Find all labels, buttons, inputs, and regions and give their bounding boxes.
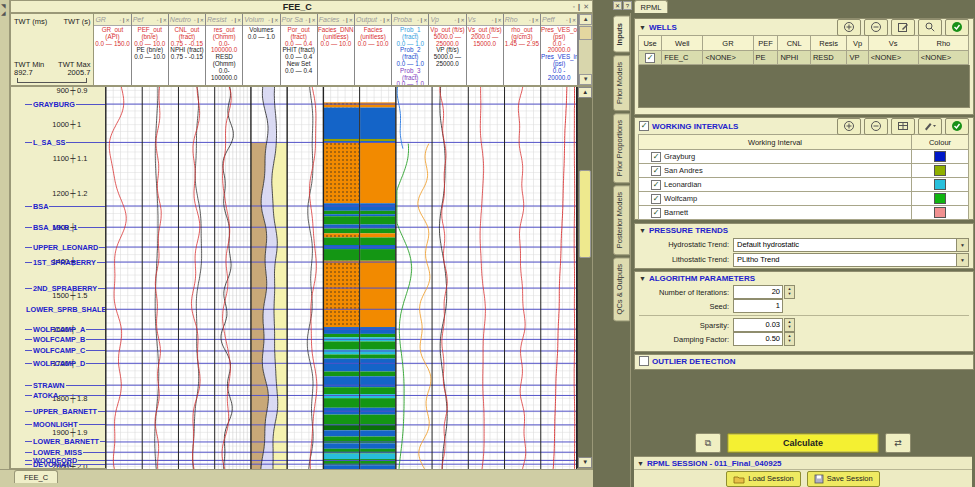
spinner-buttons[interactable]: ▲▼ bbox=[784, 318, 795, 332]
close-icon[interactable]: ✕ bbox=[613, 1, 622, 10]
interval-colour-swatch[interactable] bbox=[934, 151, 946, 162]
edit-wells-button[interactable] bbox=[891, 19, 915, 36]
interval-name-cell[interactable]: ✓San Andres bbox=[639, 164, 912, 178]
parameter-input[interactable]: 20 bbox=[733, 285, 783, 299]
well-cell[interactable]: <NONE> bbox=[918, 51, 968, 65]
track-header-volum[interactable]: Volum◦❙✕Volumes0.0 — 1.0 bbox=[243, 14, 280, 85]
body-scrollbar[interactable]: ▲ ▼ bbox=[578, 87, 592, 468]
interval-name-cell[interactable]: ✓Grayburg bbox=[639, 150, 912, 164]
formation-top-label[interactable]: WOLFCAMP_B bbox=[25, 335, 105, 343]
track-controls-icons[interactable]: ◦❙✕ bbox=[157, 17, 167, 23]
collapse-icon[interactable]: ▼ bbox=[639, 275, 646, 282]
use-checkbox[interactable]: ✓ bbox=[639, 51, 662, 65]
track-header-vp[interactable]: Vp◦❙✕Vp_out (ft/s)5000.0 — 25000.0VP (ft… bbox=[429, 14, 466, 85]
track-header-output[interactable]: Output◦❙✕Facies (unitless)0.0 — 10.0 bbox=[355, 14, 392, 85]
formation-top-label[interactable]: DEVONIAN bbox=[25, 460, 105, 468]
body-scroll-thumb[interactable] bbox=[579, 170, 591, 258]
apply-wells-button[interactable] bbox=[945, 19, 969, 36]
formation-top-label[interactable]: ATOKA bbox=[25, 391, 105, 399]
formation-top-label[interactable]: WOLFCAMP_A bbox=[25, 325, 105, 333]
parameter-input[interactable]: 1 bbox=[733, 299, 783, 313]
formation-top-label[interactable]: BSA bbox=[25, 202, 105, 210]
header-scrollbar[interactable]: ▲ ▼ bbox=[578, 14, 592, 85]
window-controls-icons[interactable]: ◦❙✕ bbox=[573, 3, 592, 11]
wells-col-header[interactable]: PEF bbox=[753, 36, 778, 51]
twt-range-slider[interactable] bbox=[17, 78, 87, 83]
wells-col-header[interactable]: Use bbox=[639, 36, 662, 51]
wells-col-header[interactable]: Rho bbox=[918, 36, 968, 51]
interval-table-button[interactable] bbox=[891, 118, 915, 135]
parameter-input[interactable]: 0.03 bbox=[733, 318, 783, 332]
save-session-button[interactable]: Save Session bbox=[807, 471, 880, 487]
formation-top-label[interactable]: STRAWN bbox=[25, 381, 105, 389]
help-icon[interactable]: ? bbox=[623, 1, 632, 10]
formation-top-label[interactable]: LOWER_SPRB_SHALE bbox=[25, 305, 105, 313]
track-header-por-sa[interactable]: Por Sa◦❙✕Por_out (fract)0.0 — 0.4PHIT (f… bbox=[281, 14, 318, 85]
interval-col-header[interactable]: Working Interval bbox=[639, 135, 912, 150]
apply-intervals-button[interactable] bbox=[945, 118, 969, 135]
interval-colour-swatch[interactable] bbox=[934, 165, 946, 176]
load-session-button[interactable]: Load Session bbox=[726, 471, 800, 487]
scroll-up-icon[interactable]: ▲ bbox=[578, 87, 592, 98]
well-tab-fee-c[interactable]: FEE_C bbox=[14, 470, 58, 483]
formation-top-label[interactable]: UPPER_BARNETT bbox=[25, 407, 105, 415]
trend-dropdown[interactable]: PLitho Trend▼ bbox=[733, 253, 969, 267]
track-header-neutro[interactable]: Neutro◦❙✕CNL_out (fract)0.75 - -0.15NPHI… bbox=[169, 14, 206, 85]
track-header-resist[interactable]: Resist◦❙✕res_out (Ohmm)0.0-100000.0RESD … bbox=[206, 14, 243, 85]
spinner-buttons[interactable]: ▲▼ bbox=[784, 332, 795, 346]
collapsed-sidebar-strip[interactable]: ◥◢ bbox=[0, 0, 10, 487]
wells-col-header[interactable]: GR bbox=[703, 36, 753, 51]
well-cell[interactable]: <NONE> bbox=[868, 51, 918, 65]
side-tab-prior-proportions[interactable]: Prior Proportions bbox=[613, 113, 630, 183]
working-intervals-checkbox[interactable]: ✓ bbox=[639, 121, 649, 131]
formation-top-label[interactable]: LOWER_BARNETT bbox=[25, 438, 105, 446]
track-controls-icons[interactable]: ◦❙✕ bbox=[454, 17, 464, 23]
edit-colours-button[interactable] bbox=[918, 118, 942, 135]
outlier-detection-checkbox[interactable] bbox=[639, 356, 649, 366]
formation-top-label[interactable]: BSA_MKR_1 bbox=[25, 223, 105, 231]
interval-colour-swatch[interactable] bbox=[934, 207, 946, 218]
interval-colour-swatch[interactable] bbox=[934, 193, 946, 204]
track-controls-icons[interactable]: ◦❙✕ bbox=[380, 17, 390, 23]
well-cell[interactable]: FEE_C bbox=[662, 51, 703, 65]
calculate-button[interactable]: Calculate bbox=[727, 433, 879, 453]
trend-dropdown[interactable]: Default hydrostatic▼ bbox=[733, 238, 969, 252]
scroll-down-icon[interactable]: ▼ bbox=[579, 74, 592, 85]
scroll-down-icon[interactable]: ▼ bbox=[578, 457, 592, 468]
formation-top-label[interactable]: L_SA_SS bbox=[25, 138, 105, 146]
interval-name-cell[interactable]: ✓Leonardian bbox=[639, 178, 912, 192]
remove-interval-button[interactable] bbox=[864, 118, 888, 135]
formation-top-label[interactable]: GRAYBURG bbox=[25, 100, 105, 108]
track-controls-icons[interactable]: ◦❙✕ bbox=[231, 17, 241, 23]
track-controls-icons[interactable]: ◦❙✕ bbox=[566, 17, 576, 23]
track-controls-icons[interactable]: ◦❙✕ bbox=[119, 17, 129, 23]
track-controls-icons[interactable]: ◦❙✕ bbox=[268, 17, 278, 23]
track-controls-icons[interactable]: ◦❙✕ bbox=[492, 17, 502, 23]
track-header-peff[interactable]: Peff◦❙✕Pres_VES_out (psi)0.0 - 20000.0Pr… bbox=[541, 14, 578, 85]
collapse-icon[interactable]: ▼ bbox=[639, 24, 646, 31]
add-well-button[interactable] bbox=[837, 19, 861, 36]
track-header-vs[interactable]: Vs◦❙✕Vs_out (ft/s)2000.0 — 15000.0 bbox=[467, 14, 504, 85]
formation-top-label[interactable]: MOONLIGHT bbox=[25, 421, 105, 429]
interval-name-cell[interactable]: ✓Wolfcamp bbox=[639, 192, 912, 206]
formation-top-label[interactable]: UPPER_LEONARD bbox=[25, 243, 105, 251]
remove-well-button[interactable] bbox=[864, 19, 888, 36]
panel-splitter[interactable] bbox=[593, 0, 613, 487]
well-cell[interactable]: NPHI bbox=[778, 51, 810, 65]
interval-colour-swatch[interactable] bbox=[934, 179, 946, 190]
rerun-button[interactable]: ⇄ bbox=[885, 433, 911, 453]
scroll-up-icon[interactable]: ▲ bbox=[579, 14, 592, 25]
track-header-pef[interactable]: Pef◦❙✕PEF_out (bn/e)0.0 — 10.0PE (bn/e)0… bbox=[132, 14, 169, 85]
collapse-icon[interactable]: ▼ bbox=[637, 460, 644, 467]
header-scroll-thumb[interactable] bbox=[579, 26, 592, 40]
track-controls-icons[interactable]: ◦❙✕ bbox=[343, 17, 353, 23]
wells-col-header[interactable]: Vs bbox=[868, 36, 918, 51]
track-header-proba[interactable]: Proba◦❙✕Prob_1 (fract)0.0 — 1.0Prob_2 (f… bbox=[392, 14, 429, 85]
spinner-buttons[interactable]: ▲▼ bbox=[784, 285, 795, 299]
side-tab-prior-models[interactable]: Prior Models bbox=[613, 55, 630, 111]
log-curves-svg[interactable] bbox=[106, 87, 577, 470]
well-cell[interactable]: <NONE> bbox=[703, 51, 753, 65]
interval-row[interactable]: ✓Leonardian bbox=[639, 178, 969, 192]
search-wells-button[interactable] bbox=[918, 19, 942, 36]
parameter-input[interactable]: 0.50 bbox=[733, 332, 783, 346]
